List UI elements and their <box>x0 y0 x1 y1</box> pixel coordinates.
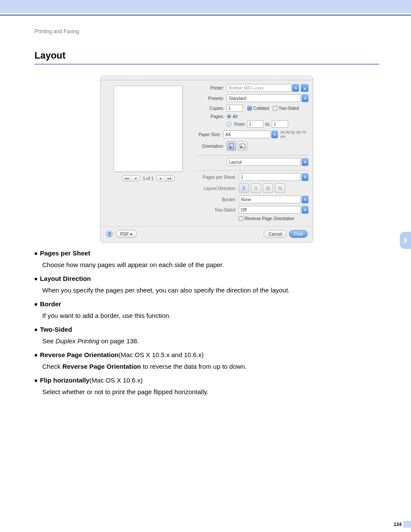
printer-select[interactable]: Brother MFC-xxxx <box>227 84 291 92</box>
printer-value: Brother MFC-xxxx <box>229 86 264 90</box>
two-sided-label: Two-Sided <box>279 106 299 111</box>
pages-all-label: All <box>233 114 237 119</box>
paper-size-select[interactable]: A4 <box>223 131 271 138</box>
bullet-icon: ■ <box>34 326 37 333</box>
pps-select[interactable]: 1 <box>239 173 301 181</box>
pages-from-label: From: <box>234 122 246 127</box>
section-kicker: Printing and Faxing <box>34 28 379 34</box>
select-arrow-icon[interactable]: ⇅ <box>292 84 299 92</box>
copies-label: Copies: <box>196 106 227 111</box>
cross-ref: Duplex Printing <box>56 337 100 345</box>
option-note: (Mac OS X 10.6.x) <box>90 376 143 386</box>
paper-size-label: Paper Size: <box>196 132 223 137</box>
pages-from-input[interactable]: 1 <box>247 121 264 128</box>
orientation-landscape-button[interactable] <box>238 141 247 151</box>
page-number-bar <box>403 521 411 528</box>
select-arrow-icon[interactable]: ⇅ <box>302 94 308 102</box>
option-list: ■Pages per Sheet Choose how many pages w… <box>34 249 379 397</box>
border-label: Border: <box>196 197 239 202</box>
pages-label: Pages: <box>196 114 227 119</box>
collated-checkbox[interactable]: ✓ <box>247 106 252 111</box>
option-title: Layout Direction <box>40 274 91 284</box>
help-button[interactable]: ? <box>106 230 113 237</box>
layout-direction-label: Layout Direction: <box>196 186 239 191</box>
pager-prev[interactable]: ◂◂◂ <box>122 175 140 181</box>
print-dialog: ◂◂◂ 1 of 1 ▸▸▸ Printer: Brother MFC-xxxx… <box>100 76 313 243</box>
bullet-icon: ■ <box>34 352 37 359</box>
page-title: Layout <box>34 50 379 61</box>
printer-label: Printer: <box>196 86 227 90</box>
separator <box>196 155 308 156</box>
orientation-portrait-button[interactable] <box>227 141 236 151</box>
pages-to-input[interactable]: 1 <box>272 121 288 128</box>
section-select[interactable]: Layout <box>227 158 301 166</box>
cancel-button[interactable]: Cancel <box>264 230 286 238</box>
pages-all-radio[interactable] <box>227 114 231 119</box>
collated-label: Collated <box>253 106 269 111</box>
bullet-icon: ■ <box>34 250 37 257</box>
layout-dir-1-button[interactable]: Z <box>239 184 249 193</box>
orientation-label: Orientation: <box>196 144 227 149</box>
option-body: Check Reverse Page Orientation to revers… <box>42 362 379 372</box>
layout-dir-4-button[interactable]: N <box>275 184 285 193</box>
two-sided-select-label: Two-Sided: <box>196 208 239 212</box>
border-select[interactable]: None <box>239 196 301 203</box>
title-rule <box>34 64 379 65</box>
paper-dims: 20.99 by 29.70 cm <box>280 130 308 139</box>
reverse-orientation-label: Reverse Page Orientation <box>245 216 294 221</box>
pages-to-label: to: <box>265 122 270 127</box>
copies-input[interactable]: 1 <box>227 105 243 112</box>
option-title: Reverse Page Orientation <box>40 350 119 360</box>
select-arrow-icon[interactable]: ⇅ <box>302 196 308 203</box>
chapter-tab: 8 <box>400 232 411 249</box>
layout-dir-2-button[interactable]: S <box>251 184 261 193</box>
portrait-icon <box>229 143 234 149</box>
presets-label: Presets: <box>196 96 227 101</box>
presets-value: Standard <box>229 96 246 101</box>
option-title: Flip horizontally <box>40 376 90 386</box>
select-arrow-icon[interactable]: ⇅ <box>302 158 308 166</box>
dialog-titlebar <box>101 76 313 81</box>
option-body: See Duplex Printing on page 138. <box>42 336 379 346</box>
option-body: When you specify the pages per sheet, yo… <box>42 286 379 296</box>
pdf-menu-button[interactable]: PDF ▾ <box>115 230 137 238</box>
bullet-icon: ■ <box>34 275 37 283</box>
landscape-icon <box>240 143 246 149</box>
print-button[interactable]: Print <box>289 230 308 238</box>
preview-page <box>114 86 183 172</box>
pager-count: 1 of 1 <box>143 176 153 181</box>
two-sided-checkbox[interactable] <box>273 106 277 111</box>
layout-dir-3-button[interactable]: И <box>263 184 273 193</box>
select-arrow-icon[interactable]: ⇅ <box>271 131 277 138</box>
option-title: Border <box>40 299 61 309</box>
select-arrow-icon[interactable]: ⇅ <box>302 173 308 181</box>
top-bar <box>0 0 411 13</box>
option-body: Select whether or not to print the page … <box>42 387 379 397</box>
svg-rect-2 <box>240 144 245 148</box>
svg-rect-3 <box>241 146 242 148</box>
separator <box>196 170 308 171</box>
option-title: Two-Sided <box>40 325 72 335</box>
page-number: 134 <box>394 522 402 527</box>
two-sided-select[interactable]: Off <box>239 206 301 214</box>
bullet-icon: ■ <box>34 301 37 308</box>
pager-next[interactable]: ▸▸▸ <box>156 175 174 181</box>
option-body: Choose how many pages will appear on eac… <box>42 260 379 270</box>
select-arrow-icon[interactable]: ⇅ <box>302 206 308 214</box>
bullet-icon: ■ <box>34 377 37 384</box>
printer-info-button[interactable]: ▴ <box>301 84 308 92</box>
svg-rect-1 <box>230 146 231 148</box>
option-title: Pages per Sheet <box>40 249 90 258</box>
pps-label: Pages per Sheet: <box>196 175 239 180</box>
option-note: (Mac OS X 10.5.x and 10.6.x) <box>118 350 204 360</box>
reverse-orientation-checkbox[interactable] <box>239 216 243 221</box>
option-body: If you want to add a border, use this fu… <box>42 311 379 321</box>
presets-select[interactable]: Standard <box>227 94 301 102</box>
pages-range-radio[interactable] <box>227 122 231 127</box>
